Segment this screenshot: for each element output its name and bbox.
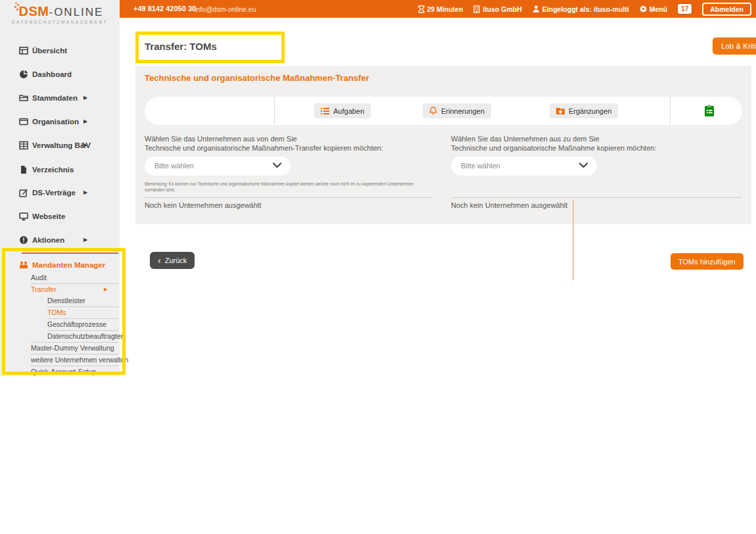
source-select-label: Wählen Sie das Unternehmen aus von dem S… [145, 134, 383, 153]
panel-heading: Technische und organisatorische Maßnahme… [145, 73, 369, 83]
session-timer: 29 Minuten [418, 5, 463, 13]
people-icon [19, 260, 28, 270]
logout-button[interactable]: Abmelden [702, 3, 751, 16]
sidebar-item-label: Aktionen [32, 236, 64, 244]
chevron-right-icon: ▶ [83, 142, 87, 148]
transfer-panel: Technische und organisatorische Maßnahme… [135, 66, 751, 224]
monitor-icon [19, 212, 28, 221]
sidebar-item-label: Mandanten Manager [32, 261, 105, 269]
logo-pixel-dots-icon [16, 9, 18, 11]
logged-in-user[interactable]: Eingeloggt als: ituso-multi [532, 5, 629, 13]
sidebar-subitem-geschaeftsprozesse[interactable]: Geschäftsprozesse [0, 319, 120, 330]
source-company-select[interactable]: Bitte wählen [145, 157, 291, 176]
email-link[interactable]: info@dsm-online.eu [195, 5, 256, 13]
sidebar-item-organisation[interactable]: Organisation ▶ [0, 116, 120, 130]
reminders-button[interactable]: Erinnerungen [423, 103, 491, 118]
sidebar-subitem-dienstleister[interactable]: Dienstleister [0, 295, 120, 306]
chevron-right-icon: ▶ [104, 287, 107, 292]
select-value: Bitte wählen [461, 162, 500, 170]
sidebar-item-webseite[interactable]: Webseite [0, 211, 120, 224]
sidebar-subitem-toms[interactable]: TOMs [0, 307, 120, 318]
menu-count-badge[interactable]: 17 [678, 4, 692, 14]
sidebar-item-label: Webseite [32, 212, 65, 220]
sidebar-item-label: Verwaltung B&V [32, 141, 91, 149]
back-button[interactable]: ‹ Zurück [150, 252, 195, 269]
sidebar-subitem-weitere-unternehmen[interactable]: weitere Unternehmen verwalten [0, 354, 120, 366]
logo-main: DSM [19, 4, 49, 18]
logo-suffix: -ONLINE [49, 6, 103, 18]
divider [145, 197, 431, 198]
edit-pen-icon [19, 188, 28, 197]
user-icon [532, 5, 540, 12]
sidebar-item-ds-vertraege[interactable]: DS-Verträge ▶ [0, 187, 120, 201]
select-value: Bitte wählen [154, 162, 194, 170]
chevron-left-icon: ‹ [158, 256, 161, 265]
sidebar-item-dashboard[interactable]: Dashboard [0, 69, 120, 82]
sidebar-item-mandanten-manager[interactable]: Mandanten Manager [0, 260, 120, 272]
source-empty-state: Noch kein Unternehmen ausgewählt [145, 201, 261, 209]
topbar: +49 8142 42050 30 info@dsm-online.eu 29 … [120, 0, 756, 18]
chevron-down-icon [273, 162, 281, 168]
hourglass-icon [418, 5, 425, 13]
page-title: Transfer: TOMs [145, 41, 217, 52]
gear-icon [640, 5, 647, 12]
sidebar-item-aktionen[interactable]: Aktionen ▶ [0, 235, 120, 248]
bell-icon [429, 107, 437, 115]
sidebar: DSM-ONLINE DATENSCHUTZMANAGEMENT Übersic… [0, 0, 120, 376]
sidebar-subitem-audit[interactable]: Audit [0, 272, 120, 283]
divider [670, 97, 671, 125]
manager-section-divider [22, 253, 118, 254]
sidebar-item-uebersicht[interactable]: Übersicht [0, 45, 120, 59]
target-select-label: Wählen Sie das Unternehmen aus zu dem Si… [451, 134, 656, 153]
column-divider [573, 201, 574, 280]
status-clipboard-icon[interactable] [704, 105, 715, 117]
menu-button[interactable]: Menü [640, 5, 667, 13]
folder-icon [19, 93, 28, 103]
add-toms-button[interactable]: TOMs hinzufügen [671, 253, 744, 270]
sidebar-item-verwaltung-bv[interactable]: Verwaltung B&V ▶ [0, 140, 120, 153]
chevron-right-icon: ▶ [83, 237, 87, 243]
document-icon [19, 165, 28, 174]
divider [451, 197, 742, 198]
feedback-button[interactable]: Lob & Kritik [713, 37, 756, 55]
divider [274, 97, 275, 125]
app-window: DSM-ONLINE DATENSCHUTZMANAGEMENT Übersic… [0, 0, 756, 534]
logo-subtitle: DATENSCHUTZMANAGEMENT [0, 20, 120, 24]
grid-table-icon [19, 141, 28, 150]
chevron-down-icon [579, 162, 588, 168]
sidebar-item-label: Übersicht [32, 47, 67, 55]
sidebar-item-stammdaten[interactable]: Stammdaten ▶ [0, 93, 120, 106]
folder-plus-icon [556, 107, 565, 115]
source-note: Bemerkung: Es können nur Technische und … [145, 181, 419, 193]
additions-button[interactable]: Ergänzungen [550, 103, 618, 118]
target-empty-state: Noch kein Unternehmen ausgewählt [451, 201, 567, 209]
chevron-right-icon: ▶ [83, 118, 87, 124]
building-icon [473, 5, 480, 13]
window-icon [19, 117, 28, 126]
sidebar-subitem-quick-account-setup[interactable]: Quick-Account-Setup [0, 366, 120, 377]
tasks-button[interactable]: Aufgaben [314, 103, 371, 118]
brand-logo[interactable]: DSM-ONLINE DATENSCHUTZMANAGEMENT [0, 4, 120, 24]
sidebar-item-label: Dashboard [32, 70, 72, 78]
chevron-right-icon: ▶ [83, 189, 87, 195]
sidebar-item-label: Verzeichnis [32, 166, 74, 174]
exclamation-circle-icon [19, 235, 28, 245]
sidebar-subitem-datenschutzbeauftragter[interactable]: Datenschutzbeauftragter [0, 331, 120, 342]
pie-chart-icon [19, 70, 28, 79]
action-bar: Aufgaben Erinnerungen Ergänzungen [145, 97, 742, 125]
target-company-select[interactable]: Bitte wählen [451, 157, 597, 176]
sidebar-item-label: Organisation [32, 118, 79, 126]
sidebar-item-label: DS-Verträge [32, 189, 76, 197]
table-icon [19, 46, 28, 55]
sidebar-subitem-master-dummy[interactable]: Master-Dummy Verwaltung [0, 343, 120, 354]
phone-number: +49 8142 42050 30 [133, 5, 196, 12]
company-name[interactable]: ituso GmbH [473, 5, 522, 13]
sidebar-subitem-transfer[interactable]: Transfer▶ [0, 284, 120, 295]
task-list-icon [321, 107, 329, 115]
sidebar-item-verzeichnis[interactable]: Verzeichnis [0, 164, 120, 178]
sidebar-item-label: Stammdaten [32, 94, 78, 102]
chevron-right-icon: ▶ [83, 95, 87, 101]
